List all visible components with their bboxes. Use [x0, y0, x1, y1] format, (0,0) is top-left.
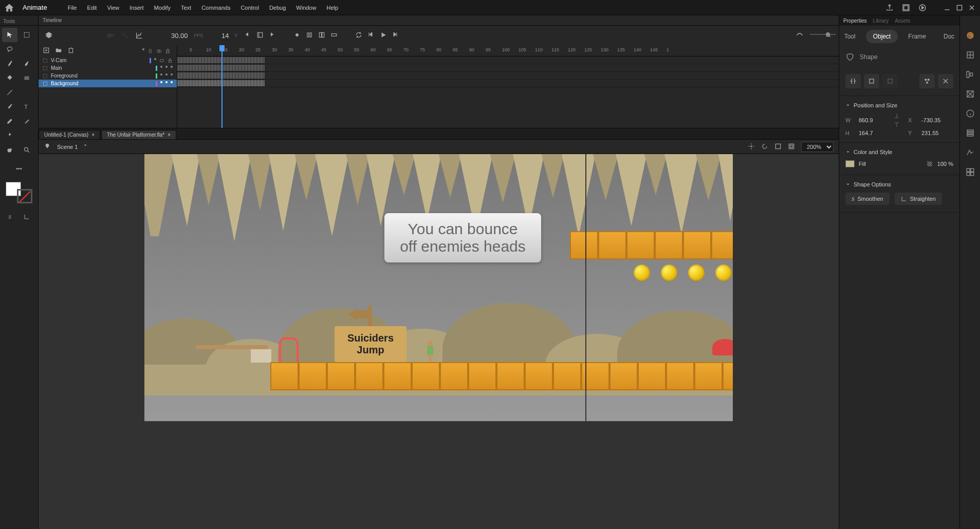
menu-modify[interactable]: Modify [150, 3, 175, 13]
next-key-icon[interactable] [269, 31, 277, 40]
play-button[interactable] [380, 31, 388, 40]
fluid-brush-tool[interactable] [19, 56, 34, 71]
scene-name[interactable]: Scene 1 [57, 144, 78, 150]
new-layer-icon[interactable] [43, 47, 51, 55]
brush-tool[interactable] [2, 56, 17, 71]
transform-panel-icon[interactable] [966, 89, 975, 99]
prop-tab-object[interactable]: Object [866, 30, 898, 43]
tab-untitled[interactable]: Untitled-1 (Canvas)× [39, 130, 100, 139]
loop-icon[interactable] [355, 31, 363, 40]
info-panel-icon[interactable] [966, 109, 975, 118]
panel-tab-properties[interactable]: Properties [843, 18, 867, 24]
color-palette-icon[interactable] [966, 31, 975, 40]
timeline-scale-icon[interactable] [824, 31, 833, 40]
timeline-header[interactable]: Timeline [39, 15, 839, 26]
align-icon[interactable] [919, 74, 935, 88]
more-tools[interactable]: ••• [11, 161, 27, 176]
go-start-icon[interactable] [256, 31, 265, 40]
line-tool[interactable] [2, 85, 17, 100]
menu-control[interactable]: Control [236, 3, 263, 13]
flip-d-icon[interactable] [882, 74, 898, 88]
frame-track[interactable]: 5101520253035404550556065707580859095100… [177, 45, 839, 128]
current-frame[interactable]: 14 [221, 32, 229, 40]
eraser-tool[interactable] [2, 114, 17, 128]
fps-value[interactable]: 30.00 [171, 32, 188, 40]
y-value[interactable]: 231.55 [921, 130, 952, 136]
lasso-tool[interactable] [2, 42, 17, 56]
color-swatches[interactable] [6, 182, 32, 203]
timeline-zoom-slider[interactable] [810, 31, 818, 40]
selection-tool[interactable] [2, 28, 17, 42]
history-panel-icon[interactable] [966, 128, 975, 138]
fill-color-chip[interactable] [845, 160, 855, 167]
link-wh-icon[interactable] [894, 112, 900, 128]
scene-icon[interactable] [44, 143, 52, 151]
distribute-icon[interactable] [938, 74, 953, 88]
share-icon[interactable] [885, 4, 894, 12]
zoom-select[interactable]: 200% [801, 142, 834, 152]
paint-bucket-tool[interactable] [2, 71, 17, 85]
menu-edit[interactable]: Edit [83, 3, 101, 13]
flip-v-icon[interactable] [864, 74, 879, 88]
menu-help[interactable]: Help [322, 3, 342, 13]
home-icon[interactable] [4, 3, 14, 13]
track-background[interactable] [177, 80, 839, 87]
close-icon[interactable] [968, 4, 976, 12]
layer-vcam[interactable]: V-Cam [39, 56, 177, 64]
track-main[interactable] [177, 64, 839, 72]
workspace-icon[interactable] [902, 4, 910, 12]
smoothen-button[interactable]: SSmoothen [845, 193, 890, 205]
stroke-color-swatch[interactable] [17, 189, 32, 203]
prop-tab-doc[interactable]: Doc [936, 30, 961, 43]
maximize-icon[interactable] [955, 4, 964, 12]
frame-icon[interactable] [318, 31, 326, 40]
text-tool[interactable]: T [19, 100, 34, 114]
lock-header-icon[interactable] [165, 48, 171, 54]
section-color-style[interactable]: Color and Style [845, 147, 953, 157]
onion-icon[interactable] [796, 31, 804, 40]
outline-header-icon[interactable] [156, 48, 162, 54]
menu-view[interactable]: View [103, 3, 123, 13]
center-stage-icon[interactable] [748, 143, 756, 151]
graph-icon[interactable] [135, 31, 143, 40]
flip-h-icon[interactable] [845, 74, 861, 88]
layer-foreground[interactable]: Foreground [39, 72, 177, 80]
menu-text[interactable]: Text [177, 3, 195, 13]
highlight-header-icon[interactable] [142, 48, 144, 50]
hand-tool[interactable] [2, 143, 17, 157]
fit-view-icon[interactable] [788, 143, 796, 151]
menu-commands[interactable]: Commands [197, 3, 234, 13]
blank-keyframe-icon[interactable] [306, 31, 314, 40]
prop-tab-frame[interactable]: Frame [901, 30, 933, 43]
alpha-icon[interactable] [926, 160, 933, 167]
rectangle-tool[interactable] [19, 71, 34, 85]
section-position-size[interactable]: Position and Size [845, 100, 953, 110]
scene-dropdown-icon[interactable] [83, 143, 91, 151]
eyedropper-tool[interactable] [2, 100, 17, 114]
ruler[interactable]: 5101520253035404550556065707580859095100… [177, 45, 839, 56]
menu-window[interactable]: Window [292, 3, 320, 13]
prev-key-icon[interactable] [244, 31, 252, 40]
section-shape-options[interactable]: Shape Options [845, 179, 953, 190]
delete-layer-icon[interactable] [67, 47, 76, 55]
clip-view-icon[interactable] [774, 143, 783, 151]
zoom-tool[interactable] [19, 143, 34, 157]
smooth-tool[interactable] [19, 210, 34, 224]
tab-unfair-platformer[interactable]: The Unfair Platformer.fla*× [101, 130, 176, 139]
track-foreground[interactable] [177, 72, 839, 80]
step-fwd-icon[interactable] [392, 31, 400, 40]
play-icon[interactable] [918, 4, 927, 12]
layers-icon[interactable] [45, 31, 53, 40]
x-value[interactable]: -730.35 [921, 117, 952, 123]
menu-debug[interactable]: Debug [265, 3, 290, 13]
panel-tab-assets[interactable]: Assets [895, 18, 910, 24]
prop-tab-tool[interactable]: Tool [837, 30, 863, 43]
ink-tool[interactable] [19, 114, 34, 128]
actions-panel-icon[interactable] [966, 148, 975, 157]
visibility-header-icon[interactable] [147, 48, 153, 54]
keyframe-icon[interactable] [293, 31, 302, 40]
stage-canvas[interactable]: Suiciders Jump You can bounce off enemie… [144, 154, 733, 421]
minimize-icon[interactable] [943, 4, 951, 12]
panel-tab-library[interactable]: Library [873, 18, 889, 24]
folder-icon[interactable] [55, 47, 63, 55]
